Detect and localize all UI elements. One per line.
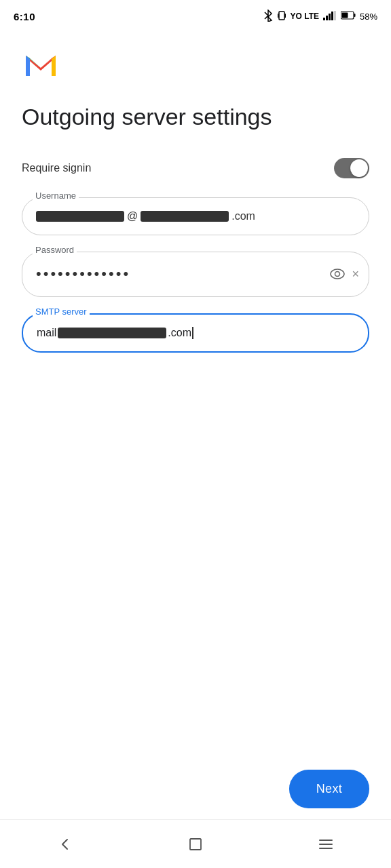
require-signin-row: Require signin xyxy=(22,158,369,178)
svg-rect-2 xyxy=(284,14,286,18)
smtp-cursor xyxy=(192,327,193,339)
page-title: Outgoing server settings xyxy=(22,103,369,131)
status-icons: YO LTE 58% xyxy=(263,9,377,24)
smtp-com-suffix: .com xyxy=(168,327,191,339)
username-input-wrapper[interactable]: @ .com xyxy=(22,197,369,235)
svg-point-13 xyxy=(335,272,340,277)
svg-rect-7 xyxy=(334,11,336,20)
smtp-redacted xyxy=(58,328,166,338)
smtp-server-label: SMTP server xyxy=(33,307,90,317)
main-content: Outgoing server settings Require signin … xyxy=(0,30,391,353)
password-clear-button[interactable]: × xyxy=(349,264,362,284)
password-label: Password xyxy=(33,245,77,255)
require-signin-toggle[interactable] xyxy=(334,158,369,178)
gmail-logo xyxy=(22,46,369,84)
svg-rect-10 xyxy=(354,14,355,17)
svg-point-12 xyxy=(331,269,344,279)
password-visibility-toggle[interactable] xyxy=(327,266,348,282)
toggle-thumb xyxy=(350,159,368,177)
next-button[interactable]: Next xyxy=(289,770,369,808)
username-label: Username xyxy=(33,191,79,201)
nav-back-button[interactable] xyxy=(51,830,79,859)
smtp-mail-prefix: mail xyxy=(37,327,56,339)
battery-percent: 58% xyxy=(360,12,377,22)
username-at: @ xyxy=(127,210,138,222)
nav-home-button[interactable] xyxy=(182,831,209,858)
svg-rect-4 xyxy=(326,16,328,20)
smtp-value-display: mail .com xyxy=(37,327,193,339)
svg-rect-14 xyxy=(190,839,201,850)
svg-rect-9 xyxy=(341,13,348,18)
bluetooth-icon xyxy=(263,9,273,24)
username-display: @ .com xyxy=(36,210,355,222)
username-redacted-local xyxy=(36,211,124,222)
username-redacted-domain xyxy=(141,211,229,222)
signal-bars-icon xyxy=(323,11,337,22)
require-signin-label: Require signin xyxy=(22,162,91,174)
nav-menu-button[interactable] xyxy=(312,832,340,856)
nav-bar xyxy=(0,819,391,868)
smtp-server-field-group: SMTP server mail .com xyxy=(22,313,369,353)
signal-icon: YO LTE xyxy=(291,12,319,21)
username-dot-com: .com xyxy=(231,210,255,222)
battery-icon xyxy=(341,11,356,22)
status-bar: 6:10 YO LTE xyxy=(0,0,391,30)
svg-rect-6 xyxy=(331,12,333,20)
status-time: 6:10 xyxy=(14,11,35,22)
smtp-server-input-wrapper[interactable]: mail .com xyxy=(22,313,369,353)
vibrate-icon xyxy=(277,10,286,23)
password-field-group: Password ••••••••••••• × xyxy=(22,252,369,297)
username-field-group: Username @ .com xyxy=(22,197,369,235)
svg-rect-1 xyxy=(278,14,279,18)
svg-rect-5 xyxy=(329,14,331,20)
svg-rect-0 xyxy=(279,12,284,20)
password-input-wrapper[interactable]: ••••••••••••• × xyxy=(22,252,369,297)
password-value: ••••••••••••• xyxy=(36,265,327,283)
svg-rect-3 xyxy=(323,18,325,20)
